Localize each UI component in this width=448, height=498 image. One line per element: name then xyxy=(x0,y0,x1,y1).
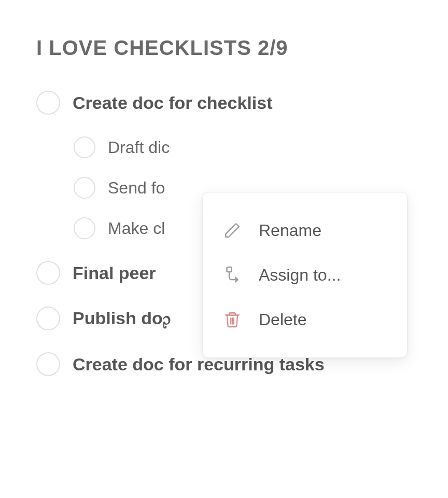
checkbox-icon[interactable] xyxy=(36,352,60,376)
checklist-title: I LOVE CHECKLISTS 2/9 xyxy=(36,36,412,60)
checkbox-icon[interactable] xyxy=(74,217,95,239)
checklist-item[interactable]: Publish doᶗ xyxy=(36,307,202,330)
menu-item-rename[interactable]: Rename xyxy=(203,208,407,253)
svg-rect-0 xyxy=(227,267,232,272)
checklist-item-label: Create doc for checklist xyxy=(73,93,272,113)
checklist-item-label: Publish doᶗ xyxy=(73,308,171,329)
checkbox-icon[interactable] xyxy=(74,177,95,199)
checkbox-icon[interactable] xyxy=(36,307,60,330)
menu-item-delete[interactable]: Delete xyxy=(203,297,407,342)
context-menu: Rename Assign to... Delete xyxy=(202,192,408,358)
checkbox-icon[interactable] xyxy=(36,91,60,115)
menu-item-label: Delete xyxy=(259,310,307,329)
menu-item-assign[interactable]: Assign to... xyxy=(203,253,407,297)
checklist-item-label: Draft dic xyxy=(108,138,170,157)
checkbox-icon[interactable] xyxy=(36,261,60,285)
trash-icon xyxy=(221,309,243,330)
checklist-item[interactable]: Create doc for checklist xyxy=(36,91,412,115)
checkbox-icon[interactable] xyxy=(74,136,95,158)
menu-item-label: Rename xyxy=(259,221,321,240)
checklist-item-label: Send fo xyxy=(108,178,165,198)
checklist-item-label: Final peer xyxy=(73,263,156,283)
menu-item-label: Assign to... xyxy=(259,266,341,285)
pencil-icon xyxy=(221,219,243,241)
checklist-item[interactable]: Final peer xyxy=(36,261,202,285)
checklist-subitem[interactable]: Draft dic xyxy=(74,136,412,158)
assign-icon xyxy=(221,264,243,286)
checklist-item-label: Make cl xyxy=(108,219,165,238)
